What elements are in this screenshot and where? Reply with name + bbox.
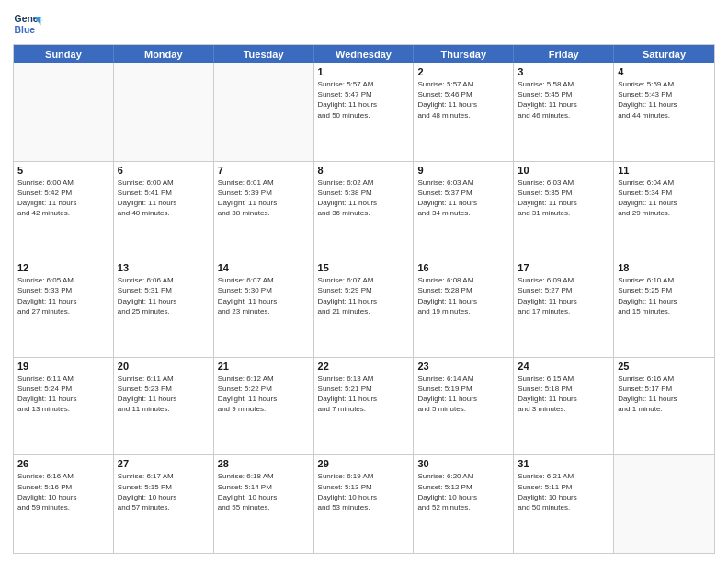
day-info: Sunrise: 5:57 AM Sunset: 5:46 PM Dayligh… — [417, 79, 509, 121]
day-info: Sunrise: 5:59 AM Sunset: 5:43 PM Dayligh… — [618, 79, 711, 121]
day-number: 26 — [17, 458, 109, 469]
week-row-4: 19Sunrise: 6:11 AM Sunset: 5:24 PM Dayli… — [14, 358, 714, 456]
day-info: Sunrise: 6:16 AM Sunset: 5:17 PM Dayligh… — [618, 373, 711, 415]
day-info: Sunrise: 6:17 AM Sunset: 5:15 PM Dayligh… — [118, 471, 210, 512]
day-info: Sunrise: 6:19 AM Sunset: 5:13 PM Dayligh… — [318, 471, 410, 512]
day-cell: 10Sunrise: 6:03 AM Sunset: 5:35 PM Dayli… — [514, 162, 614, 259]
day-cell: 3Sunrise: 5:58 AM Sunset: 5:45 PM Daylig… — [514, 63, 614, 161]
day-info: Sunrise: 6:09 AM Sunset: 5:27 PM Dayligh… — [518, 275, 609, 316]
day-info: Sunrise: 6:06 AM Sunset: 5:31 PM Dayligh… — [118, 275, 210, 316]
day-number: 21 — [218, 361, 310, 372]
day-header-monday: Monday — [114, 45, 214, 63]
day-cell: 16Sunrise: 6:08 AM Sunset: 5:28 PM Dayli… — [414, 259, 514, 357]
day-number: 10 — [518, 165, 609, 176]
day-cell: 18Sunrise: 6:10 AM Sunset: 5:25 PM Dayli… — [614, 259, 714, 357]
day-info: Sunrise: 5:58 AM Sunset: 5:45 PM Dayligh… — [518, 79, 609, 121]
day-info: Sunrise: 6:21 AM Sunset: 5:11 PM Dayligh… — [518, 471, 609, 512]
day-info: Sunrise: 6:11 AM Sunset: 5:24 PM Dayligh… — [17, 373, 109, 415]
day-cell: 26Sunrise: 6:16 AM Sunset: 5:16 PM Dayli… — [14, 455, 114, 553]
day-cell: 4Sunrise: 5:59 AM Sunset: 5:43 PM Daylig… — [614, 63, 714, 161]
day-info: Sunrise: 5:57 AM Sunset: 5:47 PM Dayligh… — [318, 79, 410, 121]
day-number: 19 — [17, 361, 109, 372]
day-number: 7 — [218, 165, 310, 176]
day-cell: 13Sunrise: 6:06 AM Sunset: 5:31 PM Dayli… — [114, 259, 214, 357]
day-cell: 28Sunrise: 6:18 AM Sunset: 5:14 PM Dayli… — [214, 455, 314, 553]
day-info: Sunrise: 6:15 AM Sunset: 5:18 PM Dayligh… — [518, 373, 609, 415]
day-number: 29 — [318, 458, 410, 469]
day-header-tuesday: Tuesday — [214, 45, 314, 63]
day-number: 18 — [618, 262, 711, 273]
day-number: 4 — [618, 66, 711, 77]
week-row-2: 5Sunrise: 6:00 AM Sunset: 5:42 PM Daylig… — [14, 162, 714, 260]
calendar: SundayMondayTuesdayWednesdayThursdayFrid… — [13, 44, 715, 554]
day-cell: 31Sunrise: 6:21 AM Sunset: 5:11 PM Dayli… — [514, 455, 614, 553]
day-number: 16 — [417, 262, 509, 273]
day-cell: 27Sunrise: 6:17 AM Sunset: 5:15 PM Dayli… — [114, 455, 214, 553]
day-number: 17 — [518, 262, 609, 273]
day-info: Sunrise: 6:13 AM Sunset: 5:21 PM Dayligh… — [318, 373, 410, 415]
day-cell — [14, 63, 114, 161]
day-info: Sunrise: 6:01 AM Sunset: 5:39 PM Dayligh… — [218, 178, 310, 219]
day-number: 22 — [318, 361, 410, 372]
day-cell — [114, 63, 214, 161]
day-number: 8 — [318, 165, 410, 176]
day-number: 28 — [218, 458, 310, 469]
day-info: Sunrise: 6:07 AM Sunset: 5:29 PM Dayligh… — [318, 275, 410, 316]
day-info: Sunrise: 6:02 AM Sunset: 5:38 PM Dayligh… — [318, 178, 410, 219]
day-number: 9 — [417, 165, 509, 176]
day-number: 14 — [218, 262, 310, 273]
day-cell: 17Sunrise: 6:09 AM Sunset: 5:27 PM Dayli… — [514, 259, 614, 357]
day-info: Sunrise: 6:16 AM Sunset: 5:16 PM Dayligh… — [17, 471, 109, 512]
day-number: 31 — [518, 458, 609, 469]
day-cell: 1Sunrise: 5:57 AM Sunset: 5:47 PM Daylig… — [314, 63, 415, 161]
day-cell: 7Sunrise: 6:01 AM Sunset: 5:39 PM Daylig… — [214, 162, 314, 259]
day-cell: 21Sunrise: 6:12 AM Sunset: 5:22 PM Dayli… — [214, 358, 314, 455]
logo-icon: General Blue — [13, 9, 42, 39]
day-number: 30 — [417, 458, 509, 469]
day-cell: 20Sunrise: 6:11 AM Sunset: 5:23 PM Dayli… — [114, 358, 214, 455]
day-cell: 23Sunrise: 6:14 AM Sunset: 5:19 PM Dayli… — [414, 358, 514, 455]
day-cell: 15Sunrise: 6:07 AM Sunset: 5:29 PM Dayli… — [314, 259, 415, 357]
header: General Blue — [13, 9, 715, 39]
day-cell — [614, 455, 714, 553]
day-number: 12 — [17, 262, 109, 273]
day-number: 27 — [118, 458, 210, 469]
day-number: 11 — [618, 165, 711, 176]
day-info: Sunrise: 6:10 AM Sunset: 5:25 PM Dayligh… — [618, 275, 711, 316]
day-info: Sunrise: 6:18 AM Sunset: 5:14 PM Dayligh… — [218, 471, 310, 512]
day-info: Sunrise: 6:04 AM Sunset: 5:34 PM Dayligh… — [618, 178, 711, 219]
day-number: 13 — [118, 262, 210, 273]
day-header-sunday: Sunday — [14, 45, 114, 63]
day-cell — [214, 63, 314, 161]
day-headers-row: SundayMondayTuesdayWednesdayThursdayFrid… — [14, 45, 714, 63]
day-info: Sunrise: 6:05 AM Sunset: 5:33 PM Dayligh… — [17, 275, 109, 316]
day-header-wednesday: Wednesday — [314, 45, 415, 63]
day-cell: 12Sunrise: 6:05 AM Sunset: 5:33 PM Dayli… — [14, 259, 114, 357]
day-number: 20 — [118, 361, 210, 372]
day-info: Sunrise: 6:07 AM Sunset: 5:30 PM Dayligh… — [218, 275, 310, 316]
day-info: Sunrise: 6:00 AM Sunset: 5:41 PM Dayligh… — [118, 178, 210, 219]
day-cell: 8Sunrise: 6:02 AM Sunset: 5:38 PM Daylig… — [314, 162, 415, 259]
day-info: Sunrise: 6:14 AM Sunset: 5:19 PM Dayligh… — [417, 373, 509, 415]
day-header-saturday: Saturday — [614, 45, 714, 63]
day-cell: 14Sunrise: 6:07 AM Sunset: 5:30 PM Dayli… — [214, 259, 314, 357]
day-cell: 6Sunrise: 6:00 AM Sunset: 5:41 PM Daylig… — [114, 162, 214, 259]
day-info: Sunrise: 6:11 AM Sunset: 5:23 PM Dayligh… — [118, 373, 210, 415]
logo: General Blue — [13, 9, 42, 39]
svg-text:Blue: Blue — [15, 25, 36, 35]
day-info: Sunrise: 6:03 AM Sunset: 5:37 PM Dayligh… — [417, 178, 509, 219]
day-cell: 9Sunrise: 6:03 AM Sunset: 5:37 PM Daylig… — [414, 162, 514, 259]
day-number: 1 — [318, 66, 410, 77]
day-info: Sunrise: 6:12 AM Sunset: 5:22 PM Dayligh… — [218, 373, 310, 415]
calendar-body: 1Sunrise: 5:57 AM Sunset: 5:47 PM Daylig… — [14, 63, 714, 553]
day-cell: 29Sunrise: 6:19 AM Sunset: 5:13 PM Dayli… — [314, 455, 415, 553]
day-cell: 22Sunrise: 6:13 AM Sunset: 5:21 PM Dayli… — [314, 358, 415, 455]
day-number: 3 — [518, 66, 609, 77]
week-row-1: 1Sunrise: 5:57 AM Sunset: 5:47 PM Daylig… — [14, 63, 714, 162]
day-number: 24 — [518, 361, 609, 372]
day-header-friday: Friday — [514, 45, 614, 63]
day-number: 23 — [417, 361, 509, 372]
day-number: 15 — [318, 262, 410, 273]
day-info: Sunrise: 6:03 AM Sunset: 5:35 PM Dayligh… — [518, 178, 609, 219]
day-cell: 25Sunrise: 6:16 AM Sunset: 5:17 PM Dayli… — [614, 358, 714, 455]
